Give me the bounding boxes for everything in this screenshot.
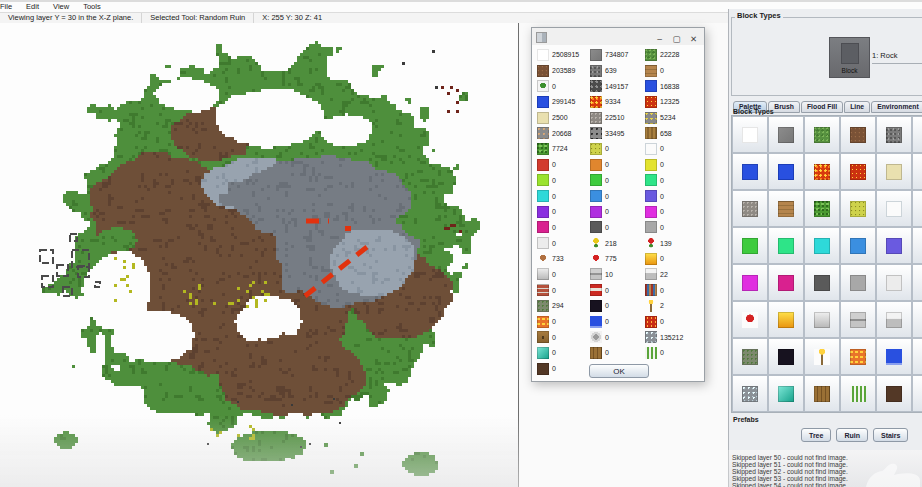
cobblestone-icon [886, 127, 902, 143]
palette-cell-wool_ultramarine[interactable] [876, 227, 912, 264]
palette-cell-wool_lightgray[interactable] [840, 264, 876, 301]
palette-cell-dirt[interactable] [840, 116, 876, 153]
menu-item-file[interactable]: File [0, 2, 19, 12]
block-count-item: 0 [645, 204, 699, 220]
palette-cell-soil[interactable] [876, 375, 912, 412]
palette-cell-water_still[interactable] [768, 153, 804, 190]
palette-cell-obsidian[interactable] [768, 338, 804, 375]
palette-cell-air[interactable] [732, 116, 768, 153]
block-count-item: 0 [590, 173, 645, 189]
tab-flood-fill[interactable]: Flood Fill [801, 101, 843, 113]
prefab-button-stairs[interactable]: Stairs [873, 428, 908, 442]
palette-cell-brick[interactable] [912, 301, 922, 338]
palette-cell-dandelion[interactable] [912, 264, 922, 301]
block-count: 2500 [552, 114, 568, 121]
palette-cell-wool_magenta[interactable] [732, 264, 768, 301]
grass-icon [814, 127, 830, 143]
air-icon [742, 127, 758, 143]
palette-cell-diamond_block[interactable] [768, 375, 804, 412]
selected-block-preview: Block [829, 37, 870, 78]
block-count: 294 [552, 302, 564, 309]
glass-icon [645, 143, 657, 155]
prefab-button-ruin[interactable]: Ruin [836, 428, 868, 442]
block-count: 0 [552, 161, 556, 168]
palette-grid-title: Block Types [733, 108, 774, 115]
palette-cell-slab[interactable] [876, 301, 912, 338]
palette-cell-wool_red[interactable] [912, 153, 922, 190]
maximize-button[interactable]: ▢ [668, 31, 685, 48]
block-count-item: 12325 [645, 94, 699, 110]
wool_cyan-icon [537, 190, 549, 202]
palette-cell-iron_block[interactable] [804, 301, 840, 338]
menu-item-tools[interactable]: Tools [76, 2, 108, 12]
red_mushroom-icon [742, 312, 758, 328]
palette-cell-wool_darkgray[interactable] [804, 264, 840, 301]
close-button[interactable]: ✕ [685, 31, 702, 48]
palette-cell-sugar_cane[interactable] [840, 375, 876, 412]
palette-cell-lava[interactable] [804, 153, 840, 190]
block-count-grid: 2508915734807222282035896390014915716838… [537, 47, 699, 376]
wool_white-icon [537, 237, 549, 249]
palette-cell-gold_block[interactable] [768, 301, 804, 338]
map-canvas[interactable] [0, 23, 519, 487]
bedrock-icon [590, 80, 602, 92]
menu-item-view[interactable]: View [46, 2, 76, 12]
palette-cell-glass[interactable] [876, 190, 912, 227]
block-count: 734807 [605, 51, 628, 58]
palette-cell-inf_water[interactable] [876, 338, 912, 375]
palette-cell-sand[interactable] [876, 153, 912, 190]
palette-cell-wool_rose[interactable] [768, 264, 804, 301]
palette-cell-sponge[interactable] [840, 190, 876, 227]
palette-cell-wool_spring[interactable] [768, 227, 804, 264]
block-count: 22510 [605, 114, 624, 121]
slab_double-icon [850, 312, 866, 328]
air-icon [537, 49, 549, 61]
block-count: 22 [660, 271, 668, 278]
palette-cell-cobblestone[interactable] [876, 116, 912, 153]
ok-button[interactable]: OK [589, 364, 649, 378]
palette-cell-bedrock[interactable] [912, 116, 922, 153]
tab-environment[interactable]: Environment [871, 101, 922, 113]
tab-line[interactable]: Line [844, 101, 870, 113]
palette-cell-wool_white[interactable] [876, 264, 912, 301]
palette-cell-stone[interactable] [768, 116, 804, 153]
palette-cell-torch[interactable] [804, 338, 840, 375]
palette-cell-inf_lava[interactable] [912, 338, 922, 375]
block-count: 0 [605, 334, 609, 341]
palette-cell-planks[interactable] [768, 190, 804, 227]
water-icon [645, 80, 657, 92]
dialog-titlebar[interactable]: –▢✕ [532, 28, 704, 45]
block-count-item: 0 [645, 220, 699, 236]
palette-cell-grass[interactable] [804, 116, 840, 153]
palette-cell-leaves[interactable] [804, 190, 840, 227]
palette-cell-fire[interactable] [840, 338, 876, 375]
palette-cell-diamond_ore[interactable] [732, 375, 768, 412]
block-count-item: 0 [590, 314, 645, 330]
palette-cell-gravel[interactable] [732, 190, 768, 227]
obsidian-icon [778, 349, 794, 365]
palette-cell-slab_double[interactable] [840, 301, 876, 338]
palette-cell-door[interactable] [804, 375, 840, 412]
palette-cell-water[interactable] [732, 153, 768, 190]
block-count: 0 [660, 224, 664, 231]
selected-block-thumbnail [841, 43, 859, 64]
prefabs-label: Prefabs [733, 416, 759, 423]
palette-cell-wool_capri[interactable] [840, 227, 876, 264]
slab-icon [886, 312, 902, 328]
block-count: 0 [605, 193, 609, 200]
palette-cell-wool_violet[interactable] [912, 227, 922, 264]
wool_ultramarine-icon [886, 238, 902, 254]
palette-cell-mossy[interactable] [732, 338, 768, 375]
block-count: 20668 [552, 130, 571, 137]
prefab-button-tree[interactable]: Tree [801, 428, 831, 442]
palette-cell-wool_orange[interactable] [912, 190, 922, 227]
palette-cell-lava_still[interactable] [840, 153, 876, 190]
block-count: 149157 [605, 83, 628, 90]
menu-item-edit[interactable]: Edit [19, 2, 46, 12]
palette-cell-wool_green[interactable] [732, 227, 768, 264]
palette-cell-red_mushroom[interactable] [732, 301, 768, 338]
minimize-button[interactable]: – [651, 31, 668, 48]
palette-cell-wool_cyan[interactable] [804, 227, 840, 264]
palette-cell-chest[interactable] [912, 375, 922, 412]
selected-block-name: 1: Rock [872, 51, 922, 64]
